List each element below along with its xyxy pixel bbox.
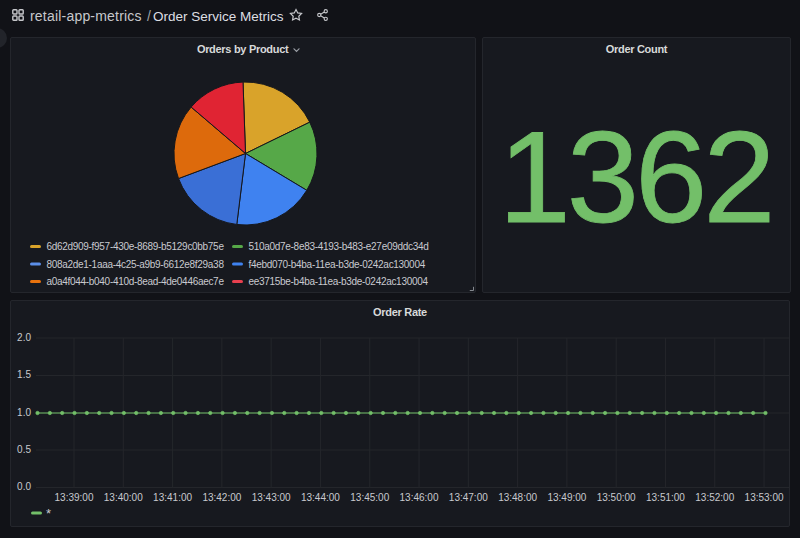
svg-text:13:51:00: 13:51:00 xyxy=(646,492,685,503)
svg-text:ee3715be-b4ba-11ea-b3de-0242ac: ee3715be-b4ba-11ea-b3de-0242ac130004 xyxy=(249,276,429,287)
svg-text:13:47:00: 13:47:00 xyxy=(449,492,488,503)
svg-text:13:49:00: 13:49:00 xyxy=(547,492,586,503)
svg-text:13:53:00: 13:53:00 xyxy=(745,492,784,503)
svg-text:13:48:00: 13:48:00 xyxy=(498,492,537,503)
svg-text:13:39:00: 13:39:00 xyxy=(55,492,94,503)
svg-text:*: * xyxy=(46,506,51,521)
svg-text:13:42:00: 13:42:00 xyxy=(202,492,241,503)
svg-text:0.5: 0.5 xyxy=(17,444,31,455)
svg-text:1.5: 1.5 xyxy=(17,369,31,380)
svg-text:13:45:00: 13:45:00 xyxy=(350,492,389,503)
svg-text:a0a4f044-b040-410d-8ead-4de044: a0a4f044-b040-410d-8ead-4de0446aec7e xyxy=(47,276,225,287)
svg-text:13:52:00: 13:52:00 xyxy=(695,492,734,503)
svg-text:13:41:00: 13:41:00 xyxy=(153,492,192,503)
svg-text:0.0: 0.0 xyxy=(17,481,31,492)
svg-text:808a2de1-1aaa-4c25-a9b9-6612e8: 808a2de1-1aaa-4c25-a9b9-6612e8f29a38 xyxy=(47,259,225,270)
svg-text:f4ebd070-b4ba-11ea-b3de-0242ac: f4ebd070-b4ba-11ea-b3de-0242ac130004 xyxy=(249,259,426,270)
svg-text:13:46:00: 13:46:00 xyxy=(400,492,439,503)
svg-text:510a0d7e-8e83-4193-b483-e27e09: 510a0d7e-8e83-4193-b483-e27e09ddc34d xyxy=(249,241,429,252)
svg-text:13:50:00: 13:50:00 xyxy=(597,492,636,503)
svg-text:2.0: 2.0 xyxy=(17,332,31,343)
svg-text:6d62d909-f957-430e-8689-b5129c: 6d62d909-f957-430e-8689-b5129c0bb75e xyxy=(47,241,225,252)
svg-text:1.0: 1.0 xyxy=(17,407,31,418)
svg-text:13:44:00: 13:44:00 xyxy=(301,492,340,503)
svg-text:13:40:00: 13:40:00 xyxy=(104,492,143,503)
svg-text:13:43:00: 13:43:00 xyxy=(252,492,291,503)
